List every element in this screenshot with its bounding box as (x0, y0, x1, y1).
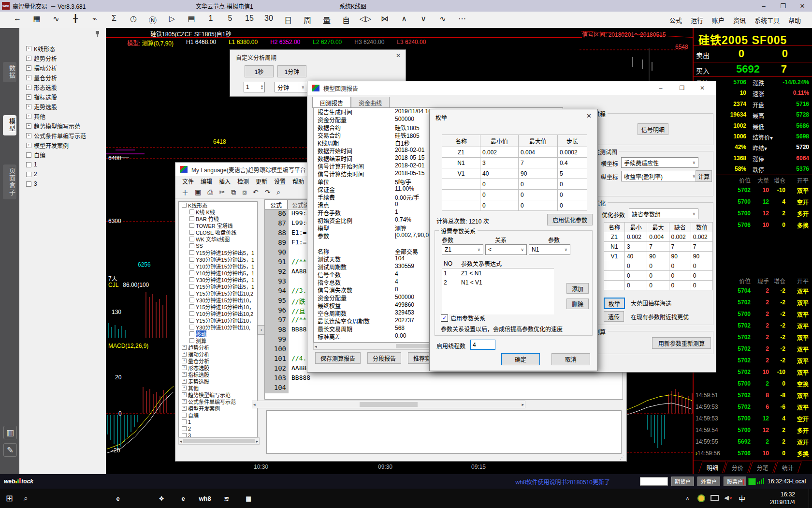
toolbar-icon[interactable]: 量 (317, 14, 336, 26)
mylang-tree-expand-icon[interactable] (189, 230, 194, 235)
threads-input[interactable]: 4 (470, 340, 495, 350)
relation-row[interactable]: 1 Z1 < N1 (442, 269, 554, 278)
menu-item[interactable]: 资讯 (733, 15, 746, 25)
resize-grip-icon[interactable]: ⋰ (620, 455, 624, 460)
enumerate-button[interactable]: 枚举 (604, 298, 625, 309)
editor-tab-formula[interactable]: 公式 (264, 199, 288, 209)
mylang-tree-item[interactable]: Y10分钟进10分钟出5，1 (179, 269, 257, 276)
mylang-tree-item[interactable]: Y30分钟进10分钟出10, (179, 324, 257, 330)
opt-table-row[interactable]: Z10.002 0.0040.0020.002 (604, 232, 713, 242)
mylang-tree-item[interactable]: Y15分钟进10分钟出5，1 (179, 283, 257, 290)
mylang-tree-expand-icon[interactable] (189, 325, 194, 329)
mylang-tree-expand-icon[interactable] (189, 264, 194, 269)
tree-item[interactable]: + 公式条件单编写示范 (19, 131, 106, 140)
opt-table-row[interactable]: 0 000 (604, 261, 713, 271)
tree-expand-icon[interactable]: + (26, 133, 31, 138)
mylang-tree-expand-icon[interactable] (189, 277, 194, 282)
mylang-tree-item[interactable]: + 摆动分析 (179, 351, 257, 358)
mylang-tree-expand-icon[interactable] (189, 331, 194, 336)
relation-row[interactable] (442, 287, 554, 296)
mylang-tree-item[interactable]: 2 (179, 425, 257, 432)
mylang-toolbar-icon[interactable]: ⧈ (242, 188, 246, 196)
maximize-icon[interactable]: ❐ (671, 85, 693, 91)
tree-item[interactable]: + 形态选股 (19, 82, 106, 92)
mylang-tree-expand-icon[interactable] (182, 426, 187, 431)
mylang-toolbar-icon[interactable]: ＋ (182, 187, 188, 197)
tree-expand-icon[interactable] (26, 162, 31, 167)
toolbar-icon[interactable]: ◷ (124, 14, 143, 26)
output-panel[interactable] (266, 410, 622, 454)
mylang-tree-expand-icon[interactable]: + (182, 352, 187, 357)
tree-item[interactable]: + 量仓分析 (19, 73, 106, 82)
recalc-button[interactable]: 用新参数重新测算 (652, 337, 711, 349)
account-button[interactable]: 外盘户 (697, 477, 720, 486)
tree-expand-icon[interactable] (26, 181, 31, 187)
edit-model-icon[interactable]: ✎ (3, 443, 17, 457)
toolbar-icon[interactable]: ∨ (414, 14, 433, 26)
mylang-tree-expand-icon[interactable] (189, 291, 194, 296)
mylang-tree-expand-icon[interactable] (189, 304, 194, 309)
tree-item[interactable]: + 走势选股 (19, 102, 106, 111)
mylang-tree-item[interactable]: 移动 (179, 330, 257, 337)
toolbar-icon[interactable]: ╂ (66, 14, 85, 26)
mylang-tree-expand-icon[interactable] (189, 338, 194, 343)
opt-table-row[interactable]: 0 000 (604, 281, 713, 290)
toolbar-icon[interactable]: 15 (240, 14, 259, 26)
tree-expand-icon[interactable]: + (26, 85, 31, 90)
sidebar-tab-data[interactable]: 数据 (3, 62, 16, 82)
scroll-left-icon[interactable]: ◂ (253, 402, 256, 407)
relation-row[interactable]: 2 N1 < V1 (442, 278, 554, 287)
taskbar-app-icon[interactable]: ❖ (155, 492, 168, 505)
menu-item[interactable]: 系统工具 (754, 15, 780, 25)
mylang-toolbar-icon[interactable]: ⌕ (277, 188, 281, 196)
mylang-tree-expand-icon[interactable] (189, 216, 194, 221)
report-action-button[interactable]: 保存测算报告 (315, 352, 361, 364)
tree-expand-icon[interactable]: + (26, 75, 31, 80)
tree-expand-icon[interactable]: + (26, 94, 31, 100)
sidebar-tab-pagebox[interactable]: 页面盒子 (3, 164, 16, 199)
mylang-tree-expand-icon[interactable] (189, 250, 194, 255)
toolbar-icon[interactable]: ∧ (394, 14, 414, 26)
enum-table-row[interactable]: 0 00 (442, 190, 587, 200)
toolbar-icon[interactable]: ⌁ (85, 14, 104, 26)
menu-item[interactable]: 账户 (712, 15, 725, 25)
opt-table-row[interactable]: N13 777 (604, 242, 713, 252)
taskbar-app-icon[interactable] (89, 492, 103, 505)
tree-expand-icon[interactable] (26, 152, 31, 158)
close-icon[interactable]: ✕ (692, 85, 713, 91)
toolbar-icon[interactable]: Ⓝ (143, 14, 162, 26)
mylang-tree-item[interactable]: + 量仓分析 (179, 358, 257, 364)
mylang-tree-expand-icon[interactable]: + (182, 406, 187, 411)
mylang-tree-expand-icon[interactable] (189, 223, 194, 228)
toolbar-icon[interactable]: 周 (298, 14, 317, 26)
mylang-tree-item[interactable]: Y30分钟进15分钟出10， (179, 297, 257, 303)
mylang-tree-item[interactable]: Y30分钟进10分钟出5，1 (179, 276, 257, 283)
opt-table-row[interactable]: V140 909090 (604, 252, 713, 261)
mylang-menu-item[interactable]: 插入 (219, 177, 231, 185)
mylang-tree-expand-icon[interactable] (189, 298, 194, 302)
mylang-tree-expand-icon[interactable] (182, 433, 187, 437)
mylang-tree-item[interactable]: Y10分钟进15分钟出5，1 (179, 263, 257, 269)
tree-item[interactable]: + 趋势模型编写示范 (19, 121, 106, 131)
mylang-menu-item[interactable]: 文件 (182, 177, 194, 185)
tree-item[interactable]: 自编 (19, 150, 106, 160)
mylang-tree-expand-icon[interactable]: + (182, 392, 187, 397)
toolbar-icon[interactable]: ∿ (46, 14, 66, 26)
toolbar-icon[interactable]: ⋈ (375, 14, 394, 26)
help-doc-link[interactable]: wh8软件使用说明书20180510更新了 (483, 478, 610, 486)
account-button[interactable]: 期货户 (671, 477, 694, 486)
mylang-tree-expand-icon[interactable]: + (182, 379, 187, 384)
enum-table-row[interactable]: Z10.002 0.0040.0002 (442, 147, 587, 158)
mylang-tree-item[interactable]: + 模型开发案例 (179, 405, 257, 412)
menu-item[interactable]: 运行 (691, 15, 703, 25)
scroll-right-icon[interactable]: ▸ (522, 402, 524, 407)
taskbar-app-icon[interactable] (46, 492, 59, 505)
period-spinner-input[interactable]: 1 ▲▼ (244, 82, 265, 92)
quote-tab[interactable]: 分价 (724, 462, 751, 473)
cancel-button[interactable]: 取消 (551, 353, 590, 365)
mylang-tree-item[interactable]: Y15分钟进15分钟出10,2 (179, 290, 257, 297)
toolbar-icon[interactable]: Σ (104, 14, 124, 26)
toolbar-icon[interactable]: 30 (259, 14, 278, 26)
close-button[interactable]: ✕ (793, 0, 812, 12)
taskbar-search-icon[interactable]: ⌕ (24, 494, 28, 503)
